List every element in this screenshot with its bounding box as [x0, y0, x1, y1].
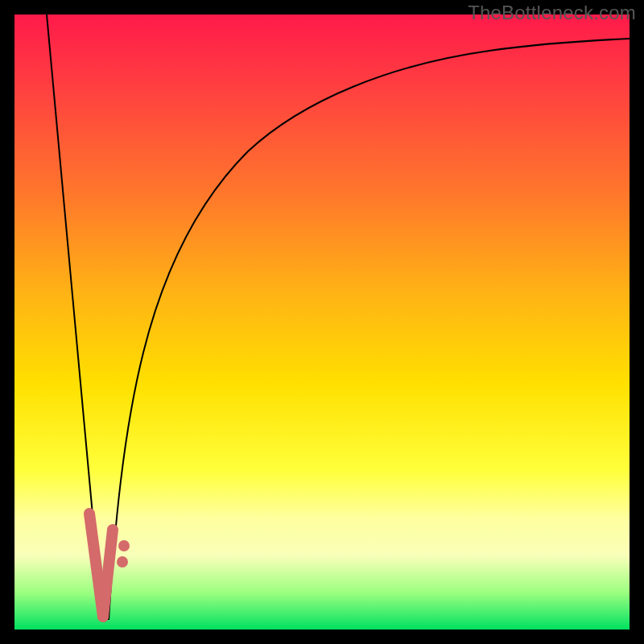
chart-area — [14, 14, 630, 630]
outlier-dot-1 — [117, 556, 128, 568]
marker-cluster — [89, 514, 130, 617]
curve-right-rising — [109, 39, 630, 620]
watermark-text: TheBottleneck.com — [468, 2, 636, 24]
outlier-dot-2 — [118, 540, 130, 551]
v-right-stroke — [103, 530, 113, 617]
chart-svg — [14, 14, 630, 630]
